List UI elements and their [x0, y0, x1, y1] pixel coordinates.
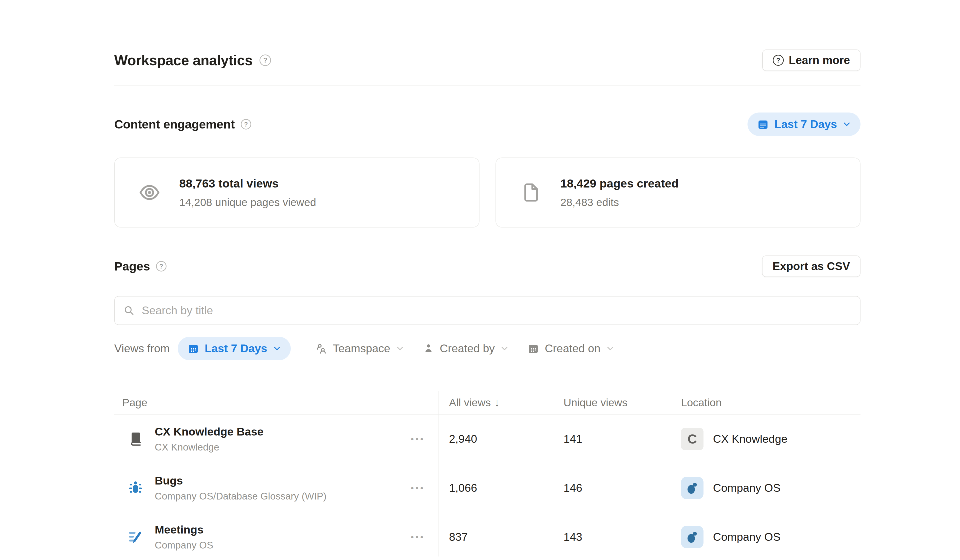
page-title-link[interactable]: CX Knowledge Base	[155, 425, 264, 438]
location-label: CX Knowledge	[713, 432, 787, 445]
page-subtitle: Company OS	[155, 540, 213, 551]
location-cell[interactable]: Company OS	[681, 526, 861, 548]
page-subtitle: Company OS/Database Glossary (WIP)	[155, 491, 326, 502]
all-views-value: 837	[438, 531, 563, 544]
date-range-label: Last 7 Days	[774, 118, 837, 131]
pages-section-header: Pages ? Export as CSV	[114, 256, 861, 277]
created-by-filter-dropdown[interactable]: Created by	[423, 342, 509, 355]
search-bar	[114, 296, 861, 325]
page-title-group: Workspace analytics ?	[114, 52, 271, 69]
teamspace-filter-label: Teamspace	[333, 342, 390, 355]
filters-row: Views from Last 7 Days Teamspace	[114, 336, 861, 361]
edits-value: 28,483 edits	[560, 196, 679, 208]
search-input[interactable]	[141, 304, 851, 317]
all-views-value: 1,066	[438, 482, 563, 494]
export-csv-button[interactable]: Export as CSV	[762, 256, 861, 277]
meeting-notes-icon	[127, 529, 144, 545]
question-circle-icon: ?	[773, 55, 784, 66]
sort-descending-icon: ↓	[494, 397, 500, 409]
unique-views-value: 143	[563, 531, 681, 544]
calendar-icon	[187, 342, 199, 355]
total-views-card: 88,763 total views 14,208 unique pages v…	[114, 157, 480, 227]
pages-title: Pages	[114, 259, 150, 273]
views-date-filter-label: Last 7 Days	[205, 342, 267, 355]
views-from-label: Views from	[114, 342, 170, 355]
date-range-dropdown[interactable]: Last 7 Days	[747, 112, 861, 136]
teamspace-people-icon	[315, 342, 327, 355]
column-header-unique-views[interactable]: Unique views	[563, 397, 681, 409]
content-engagement-title: Content engagement	[114, 117, 235, 131]
unique-pages-value: 14,208 unique pages viewed	[179, 196, 316, 208]
eye-icon	[139, 182, 160, 203]
person-icon	[423, 343, 434, 354]
teamspace-avatar	[681, 526, 704, 548]
page-title: Workspace analytics	[114, 52, 253, 69]
location-cell[interactable]: Company OS	[681, 477, 861, 499]
chevron-down-icon	[500, 344, 509, 353]
content-engagement-header: Content engagement ? Last 7 Days	[114, 112, 861, 136]
created-on-filter-label: Created on	[545, 342, 600, 355]
location-cell[interactable]: C CX Knowledge	[681, 428, 861, 450]
pages-created-value: 18,429 pages created	[560, 176, 679, 190]
pages-table: Page All views ↓ Unique views Location C…	[114, 391, 861, 560]
teamspace-avatar: C	[681, 428, 704, 450]
bug-icon	[127, 480, 144, 496]
created-on-filter-dropdown[interactable]: Created on	[527, 342, 614, 355]
location-label: Company OS	[713, 482, 781, 494]
all-views-value: 2,940	[438, 432, 563, 445]
learn-more-button[interactable]: ? Learn more	[762, 50, 861, 71]
chevron-down-icon	[843, 120, 851, 128]
location-label: Company OS	[713, 531, 781, 544]
chevron-down-icon	[606, 344, 614, 353]
table-row[interactable]: CX Knowledge Base CX Knowledge ••• 2,940…	[114, 414, 861, 464]
teamspace-filter-dropdown[interactable]: Teamspace	[315, 342, 404, 355]
divider	[114, 85, 861, 86]
company-os-logo-icon	[685, 481, 699, 495]
page-subtitle: CX Knowledge	[155, 442, 264, 453]
search-icon	[123, 305, 135, 316]
divider	[303, 336, 303, 361]
column-header-page[interactable]: Page	[114, 397, 438, 409]
teamspace-avatar	[681, 477, 704, 499]
column-header-all-views[interactable]: All views ↓	[438, 397, 563, 409]
table-header: Page All views ↓ Unique views Location	[114, 391, 861, 414]
help-icon[interactable]: ?	[156, 261, 166, 272]
page-icon	[520, 182, 541, 203]
more-options-icon[interactable]: •••	[411, 483, 425, 493]
more-options-icon[interactable]: •••	[411, 434, 425, 444]
unique-views-value: 141	[563, 432, 681, 445]
table-row[interactable]: Meetings Company OS ••• 837 143 Company …	[114, 512, 861, 560]
calendar-icon	[527, 342, 539, 355]
help-icon[interactable]: ?	[241, 119, 251, 130]
export-csv-label: Export as CSV	[773, 260, 850, 273]
chevron-down-icon	[396, 344, 404, 353]
table-row[interactable]: Bugs Company OS/Database Glossary (WIP) …	[114, 464, 861, 512]
column-header-location[interactable]: Location	[681, 397, 861, 409]
book-icon	[127, 431, 144, 447]
page-title-link[interactable]: Meetings	[155, 523, 213, 536]
unique-views-value: 146	[563, 482, 681, 494]
calendar-icon	[757, 118, 769, 130]
pages-created-card: 18,429 pages created 28,483 edits	[496, 157, 861, 227]
total-views-value: 88,763 total views	[179, 176, 316, 190]
page-header: Workspace analytics ? ? Learn more	[114, 50, 861, 71]
learn-more-label: Learn more	[789, 54, 850, 67]
created-by-filter-label: Created by	[440, 342, 495, 355]
column-divider	[438, 391, 438, 557]
chevron-down-icon	[273, 344, 281, 353]
more-options-icon[interactable]: •••	[411, 532, 425, 542]
views-date-filter-dropdown[interactable]: Last 7 Days	[178, 337, 291, 360]
stat-cards: 88,763 total views 14,208 unique pages v…	[114, 157, 861, 227]
company-os-logo-icon	[685, 530, 699, 544]
help-icon[interactable]: ?	[259, 54, 271, 66]
workspace-analytics-page: Workspace analytics ? ? Learn more Conte…	[114, 0, 861, 560]
page-title-link[interactable]: Bugs	[155, 474, 326, 487]
